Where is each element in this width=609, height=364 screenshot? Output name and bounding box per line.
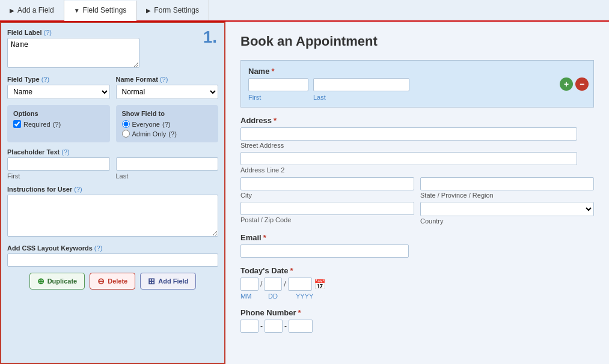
css-keywords-help[interactable]: (?) <box>94 244 102 252</box>
phone-area-input[interactable] <box>240 320 259 333</box>
show-everyone-help[interactable]: (?) <box>162 121 170 128</box>
field-type-select[interactable]: Name Text Email Phone Date <box>7 85 110 99</box>
field-type-help[interactable]: (?) <box>41 76 49 83</box>
date-mm-input[interactable] <box>240 278 259 291</box>
nav-field-settings[interactable]: ▼ Field Settings <box>64 1 137 21</box>
form-settings-icon: ▶ <box>146 7 151 14</box>
phone-prefix-input[interactable] <box>265 320 283 333</box>
name-format-help[interactable]: (?) <box>160 76 168 83</box>
show-everyone-radio[interactable] <box>122 120 130 128</box>
show-field-title: Show Field to <box>122 110 213 117</box>
placeholder-last-input[interactable] <box>116 157 219 171</box>
address-city-sublabel: City <box>240 192 414 199</box>
address-line2-input[interactable] <box>240 152 577 165</box>
address-state-input[interactable] <box>420 177 594 190</box>
address-street-sublabel: Street Address <box>240 142 594 149</box>
email-field-preview: Email * <box>240 233 594 258</box>
name-remove-button[interactable]: − <box>575 77 589 91</box>
address-country-select[interactable] <box>420 202 594 216</box>
name-sublabels: First Last <box>248 94 586 101</box>
instructions-textarea[interactable] <box>7 195 218 237</box>
add-field-icon-btn: ⊞ <box>148 276 155 286</box>
address-city-input[interactable] <box>240 177 414 190</box>
name-add-button[interactable]: + <box>560 77 573 91</box>
top-navigation: ▶ Add a Field ▼ Field Settings ▶ Form Se… <box>0 0 609 22</box>
address-postal-group: Postal / Zip Code <box>240 202 414 225</box>
instructions-group: Instructions for User (?) <box>7 186 218 238</box>
email-required-star: * <box>263 233 266 242</box>
instructions-help[interactable]: (?) <box>74 186 82 193</box>
phone-number-input[interactable] <box>289 320 313 333</box>
address-postal-country-row: Postal / Zip Code Country <box>240 202 594 225</box>
nav-field-settings-label: Field Settings <box>83 6 127 14</box>
add-field-button[interactable]: ⊞ Add Field <box>140 273 196 290</box>
placeholder-first-input[interactable] <box>7 157 110 171</box>
phone-field-label: Phone Number * <box>240 308 594 317</box>
placeholder-text-group: Placeholder Text (?) First Last <box>7 148 218 180</box>
date-sep-2: / <box>284 280 286 288</box>
show-admin-radio[interactable] <box>122 130 130 138</box>
field-label-help[interactable]: (?) <box>44 29 52 36</box>
nav-form-settings-label: Form Settings <box>154 6 199 14</box>
nav-add-field[interactable]: ▶ Add a Field <box>0 0 64 20</box>
options-show-row: Options Required (?) Show Field to Every… <box>7 105 218 142</box>
instructions-label: Instructions for User (?) <box>7 186 218 193</box>
bottom-buttons: ⊕ Duplicate ⊖ Delete ⊞ Add Field <box>7 273 218 290</box>
css-keywords-group: Add CSS Layout Keywords (?) <box>7 244 218 267</box>
field-label-label: Field Label (?) <box>7 29 218 36</box>
address-country-sublabel: Country <box>420 217 594 225</box>
duplicate-button[interactable]: ⊕ Duplicate <box>29 273 85 290</box>
show-admin-label[interactable]: Admin Only (?) <box>122 130 213 138</box>
required-help[interactable]: (?) <box>53 121 61 128</box>
phone-required-star: * <box>298 308 301 317</box>
css-keywords-input[interactable] <box>7 253 218 267</box>
address-state-sublabel: State / Province / Region <box>420 192 594 199</box>
placeholder-sublabels: First Last <box>7 172 218 180</box>
name-first-sublabel: First <box>248 94 308 101</box>
calendar-icon[interactable]: 📅 <box>314 279 326 290</box>
email-field-label: Email * <box>240 233 594 242</box>
required-checkbox[interactable] <box>13 120 21 128</box>
name-field-preview: Name * First Last + − <box>240 60 594 108</box>
email-input[interactable] <box>240 244 409 258</box>
required-checkbox-label[interactable]: Required (?) <box>13 120 104 128</box>
name-last-input[interactable] <box>313 78 409 91</box>
address-postal-input[interactable] <box>240 202 414 215</box>
nav-form-settings[interactable]: ▶ Form Settings <box>136 0 209 20</box>
right-panel: Book an Appointment Name * First Last + … <box>225 22 609 364</box>
address-city-state-row: City State / Province / Region <box>240 177 594 199</box>
css-keywords-label: Add CSS Layout Keywords (?) <box>7 244 218 252</box>
delete-button[interactable]: ⊖ Delete <box>90 273 135 290</box>
show-everyone-label[interactable]: Everyone (?) <box>122 120 213 128</box>
field-label-input[interactable]: Name <box>7 38 139 68</box>
field-settings-icon: ▼ <box>74 7 80 14</box>
date-dd-label: DD <box>268 293 286 300</box>
show-field-box: Show Field to Everyone (?) Admin Only (?… <box>116 105 219 142</box>
type-format-row: Field Type (?) Name Text Email Phone Dat… <box>7 76 218 99</box>
placeholder-help[interactable]: (?) <box>61 148 69 156</box>
field-type-label: Field Type (?) <box>7 76 110 83</box>
name-format-select[interactable]: Normal Simple Extended <box>116 85 219 99</box>
date-yyyy-input[interactable] <box>288 278 312 291</box>
name-actions: + − <box>560 77 589 91</box>
options-title: Options <box>13 110 104 117</box>
placeholder-text-label: Placeholder Text (?) <box>7 148 218 156</box>
placeholder-first-label: First <box>7 172 110 180</box>
name-last-sublabel: Last <box>313 94 409 101</box>
date-required-star: * <box>290 266 293 275</box>
phone-sep-1: - <box>260 322 263 330</box>
name-first-input[interactable] <box>248 78 308 91</box>
address-city-group: City <box>240 177 414 199</box>
field-type-group: Field Type (?) Name Text Email Phone Dat… <box>7 76 110 99</box>
name-format-label: Name Format (?) <box>116 76 219 83</box>
date-dd-input[interactable] <box>264 278 282 291</box>
show-admin-help[interactable]: (?) <box>168 130 176 138</box>
date-field-preview: Today's Date * / / 📅 MM DD YYYY <box>240 266 594 300</box>
form-title: Book an Appointment <box>240 34 594 49</box>
date-mm-label: MM <box>240 293 259 300</box>
address-line2-sublabel: Address Line 2 <box>240 166 594 174</box>
left-panel: 1. Field Label (?) Name Field Type (?) N… <box>0 22 225 364</box>
address-street-input[interactable] <box>240 127 577 141</box>
options-box: Options Required (?) <box>7 105 110 142</box>
date-sublabels: MM DD YYYY <box>240 293 594 300</box>
